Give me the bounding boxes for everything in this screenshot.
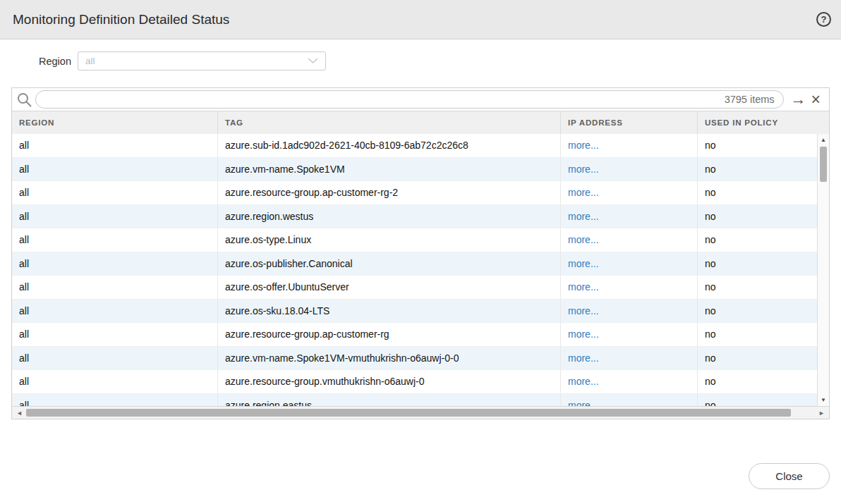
tag-cell: azure.os-offer.UbuntuServer xyxy=(217,276,560,299)
region-cell: all xyxy=(12,347,217,370)
table-row[interactable]: all azure.resource-group.ap-customer-rg … xyxy=(12,323,817,347)
ip-address-cell: more... xyxy=(560,347,697,370)
close-button[interactable]: Close xyxy=(749,463,830,489)
table-header: REGION TAG IP ADDRESS USED IN POLICY xyxy=(12,111,829,134)
region-cell: all xyxy=(12,394,217,407)
ip-address-cell: more... xyxy=(560,370,697,393)
more-link[interactable]: more... xyxy=(568,164,599,175)
table-row[interactable]: all azure.os-offer.UbuntuServer more... … xyxy=(12,276,817,300)
tag-cell: azure.vm-name.Spoke1VM-vmuthukrishn-o6au… xyxy=(217,347,560,370)
ip-address-cell: more... xyxy=(560,228,697,252)
more-link[interactable]: more... xyxy=(568,211,599,222)
search-icon xyxy=(16,92,32,108)
tag-cell: azure.region.eastus xyxy=(217,394,560,407)
page-title: Monitoring Definition Detailed Status xyxy=(13,12,229,27)
used-in-policy-cell: no xyxy=(697,276,817,299)
more-link[interactable]: more... xyxy=(568,400,599,406)
table-row[interactable]: all azure.os-type.Linux more... no xyxy=(12,228,817,252)
region-row: Region all xyxy=(0,51,841,70)
more-link[interactable]: more... xyxy=(568,234,599,245)
ip-address-cell: more... xyxy=(560,276,697,299)
tag-cell: azure.vm-name.Spoke1VM xyxy=(217,158,560,181)
region-cell: all xyxy=(12,252,217,276)
header-spacer xyxy=(817,111,829,134)
used-in-policy-cell: no xyxy=(697,158,817,181)
region-cell: all xyxy=(12,181,217,204)
tag-cell: azure.os-sku.18.04-LTS xyxy=(217,300,560,323)
region-cell: all xyxy=(12,134,217,157)
more-link[interactable]: more... xyxy=(568,258,599,269)
column-header-ip-address[interactable]: IP ADDRESS xyxy=(560,111,697,134)
help-icon[interactable]: ? xyxy=(816,12,831,27)
table-body: all azure.sub-id.1adc902d-2621-40cb-8109… xyxy=(12,134,817,406)
ip-address-cell: more... xyxy=(560,181,697,204)
region-dropdown[interactable]: all xyxy=(78,51,326,70)
more-link[interactable]: more... xyxy=(568,187,599,198)
used-in-policy-cell: no xyxy=(697,323,817,346)
region-label: Region xyxy=(39,56,71,67)
scroll-left-icon[interactable]: ◄ xyxy=(16,410,23,417)
scroll-right-icon[interactable]: ► xyxy=(818,410,825,417)
table-row[interactable]: all azure.os-publisher.Canonical more...… xyxy=(12,252,817,276)
filter-input-container: 3795 items xyxy=(35,90,784,109)
region-cell: all xyxy=(12,370,217,393)
ip-address-cell: more... xyxy=(560,394,697,407)
table-row[interactable]: all azure.resource-group.vmuthukrishn-o6… xyxy=(12,370,817,394)
region-cell: all xyxy=(12,323,217,346)
used-in-policy-cell: no xyxy=(697,252,817,276)
used-in-policy-cell: no xyxy=(697,134,817,157)
vertical-scroll-thumb[interactable] xyxy=(820,147,827,182)
table-row[interactable]: all azure.sub-id.1adc902d-2621-40cb-8109… xyxy=(12,134,817,158)
tag-cell: azure.resource-group.ap-customer-rg xyxy=(217,323,560,346)
tag-cell: azure.resource-group.vmuthukrishn-o6auwj… xyxy=(217,370,560,393)
used-in-policy-cell: no xyxy=(697,228,817,252)
table-row[interactable]: all azure.region.eastus more... no xyxy=(12,394,817,407)
more-link[interactable]: more... xyxy=(568,328,599,340)
vertical-scrollbar[interactable]: ▲ ▼ xyxy=(817,134,829,406)
ip-address-cell: more... xyxy=(560,158,697,181)
scroll-up-icon[interactable]: ▲ xyxy=(818,137,829,143)
used-in-policy-cell: no xyxy=(697,205,817,228)
apply-filter-icon[interactable]: → xyxy=(791,92,806,107)
dialog-titlebar: Monitoring Definition Detailed Status ? xyxy=(0,0,841,39)
used-in-policy-cell: no xyxy=(697,394,817,407)
column-header-tag[interactable]: TAG xyxy=(217,111,560,134)
results-panel: 3795 items → × REGION TAG IP ADDRESS USE… xyxy=(11,87,830,419)
items-count: 3795 items xyxy=(725,94,775,105)
tag-cell: azure.resource-group.ap-customer-rg-2 xyxy=(217,181,560,204)
region-cell: all xyxy=(12,158,217,181)
region-cell: all xyxy=(12,276,217,299)
ip-address-cell: more... xyxy=(560,252,697,276)
more-link[interactable]: more... xyxy=(568,376,599,387)
tag-cell: azure.region.westus xyxy=(217,205,560,228)
more-link[interactable]: more... xyxy=(568,281,599,293)
table-row[interactable]: all azure.region.westus more... no xyxy=(12,205,817,229)
more-link[interactable]: more... xyxy=(568,305,599,316)
used-in-policy-cell: no xyxy=(697,300,817,323)
region-dropdown-value: all xyxy=(85,56,95,66)
horizontal-scrollbar[interactable]: ◄ ► xyxy=(12,406,829,419)
more-link[interactable]: more... xyxy=(568,140,599,151)
scroll-down-icon[interactable]: ▼ xyxy=(818,397,829,403)
filter-bar: 3795 items → × xyxy=(12,88,829,111)
table-row[interactable]: all azure.os-sku.18.04-LTS more... no xyxy=(12,300,817,324)
used-in-policy-cell: no xyxy=(697,347,817,370)
ip-address-cell: more... xyxy=(560,300,697,323)
column-header-used-in-policy[interactable]: USED IN POLICY xyxy=(697,111,817,134)
table-row[interactable]: all azure.vm-name.Spoke1VM more... no xyxy=(12,158,817,182)
tag-cell: azure.os-type.Linux xyxy=(217,228,560,252)
filter-input[interactable] xyxy=(44,93,725,106)
used-in-policy-cell: no xyxy=(697,370,817,393)
ip-address-cell: more... xyxy=(560,323,697,346)
table-row[interactable]: all azure.vm-name.Spoke1VM-vmuthukrishn-… xyxy=(12,347,817,371)
used-in-policy-cell: no xyxy=(697,181,817,204)
table-body-wrap: all azure.sub-id.1adc902d-2621-40cb-8109… xyxy=(12,134,829,406)
table-row[interactable]: all azure.resource-group.ap-customer-rg-… xyxy=(12,181,817,205)
more-link[interactable]: more... xyxy=(568,352,599,364)
column-header-region[interactable]: REGION xyxy=(12,111,217,134)
clear-filter-icon[interactable]: × xyxy=(811,92,821,108)
region-cell: all xyxy=(12,300,217,323)
region-cell: all xyxy=(12,205,217,228)
region-cell: all xyxy=(12,228,217,252)
horizontal-scroll-thumb[interactable] xyxy=(26,409,791,417)
